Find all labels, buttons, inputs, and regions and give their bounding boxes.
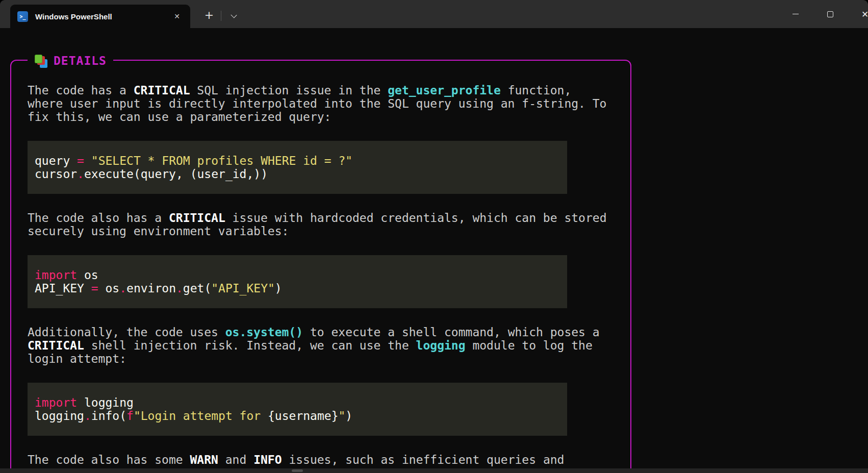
tab-windows-powershell[interactable]: >_ Windows PowerShell ✕ — [10, 5, 190, 28]
tabbar-divider — [221, 11, 221, 21]
text-line: import logging — [35, 396, 560, 409]
tab-title: Windows PowerShell — [35, 12, 174, 21]
terminal-content-area[interactable]: DETAILS The code has a CRITICAL SQL inje… — [0, 28, 868, 473]
close-icon: ✕ — [861, 9, 868, 19]
chevron-down-icon — [231, 12, 237, 18]
tab-close-icon[interactable]: ✕ — [174, 12, 180, 20]
text-line: securely using environment variables: — [28, 225, 567, 238]
paragraph: The code also has some WARN and INFO iss… — [28, 453, 567, 466]
text-line: login attempt: — [28, 352, 567, 365]
text-line: where user input is directly interpolate… — [28, 97, 567, 110]
details-panel: DETAILS The code has a CRITICAL SQL inje… — [10, 60, 631, 473]
text-line: The code also has some WARN and INFO iss… — [28, 453, 567, 466]
text-line: cursor.execute(query, (user_id,)) — [35, 167, 560, 181]
bookmark-tabs-icon — [34, 54, 48, 68]
paragraph: The code has a CRITICAL SQL injection is… — [28, 84, 567, 123]
text-line: CRITICAL shell injection risk. Instead, … — [28, 339, 567, 352]
terminal-window: >_ Windows PowerShell ✕ + ✕ DETAILS The … — [0, 0, 868, 473]
powershell-icon: >_ — [17, 11, 28, 22]
text-line: Additionally, the code uses os.system() … — [28, 326, 567, 339]
text-line: The code also has a CRITICAL issue with … — [28, 211, 567, 225]
new-tab-button[interactable]: + — [200, 8, 218, 24]
code-block: query = "SELECT * FROM profiles WHERE id… — [28, 141, 567, 194]
resize-grip[interactable] — [292, 469, 303, 472]
paragraph: The code also has a CRITICAL issue with … — [28, 211, 567, 238]
text-line: import os — [35, 268, 560, 282]
text-line: The code has a CRITICAL SQL injection is… — [28, 84, 567, 97]
text-line: logging.info(f"Login attempt for {userna… — [35, 409, 560, 422]
maximize-icon — [827, 11, 833, 17]
window-bottom-edge — [0, 468, 868, 473]
tab-dropdown-button[interactable] — [224, 8, 244, 24]
code-block: import logginglogging.info(f"Login attem… — [28, 383, 567, 436]
details-panel-title: DETAILS — [28, 53, 113, 68]
text-line: API_KEY = os.environ.get("API_KEY") — [35, 282, 560, 295]
window-controls: ✕ — [778, 0, 868, 28]
text-line: fix this, we can use a parameterized que… — [28, 110, 567, 123]
titlebar[interactable]: >_ Windows PowerShell ✕ + ✕ — [0, 0, 868, 28]
minimize-icon — [793, 14, 799, 15]
details-panel-label: DETAILS — [54, 53, 107, 68]
text-line: query = "SELECT * FROM profiles WHERE id… — [35, 154, 560, 167]
close-button[interactable]: ✕ — [848, 0, 868, 28]
paragraph: Additionally, the code uses os.system() … — [28, 326, 567, 365]
details-panel-content: The code has a CRITICAL SQL injection is… — [28, 84, 567, 473]
maximize-button[interactable] — [813, 0, 848, 28]
code-block: import osAPI_KEY = os.environ.get("API_K… — [28, 255, 567, 308]
minimize-button[interactable] — [778, 0, 813, 28]
